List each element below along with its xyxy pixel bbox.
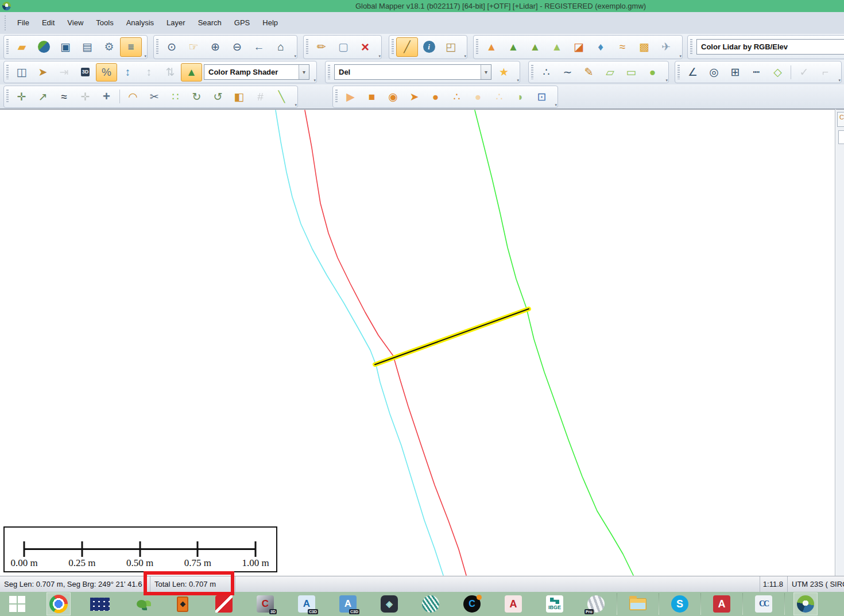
pan-hand[interactable]: ☞ <box>183 37 204 57</box>
taskbar-autocad-3d[interactable]: C3D <box>254 593 277 615</box>
gps-track-faded[interactable]: ● <box>467 87 489 106</box>
dropdown-arrow-icon[interactable]: ▾ <box>299 65 309 79</box>
pan-to-view[interactable]: ➤ <box>32 63 53 82</box>
menu-analysis[interactable]: Analysis <box>120 18 160 27</box>
color-elevation[interactable]: ◪ <box>568 37 590 57</box>
taskbar-leaf-app[interactable] <box>130 593 153 615</box>
configuration-wrench[interactable]: ⚙ <box>98 37 120 57</box>
map-viewport[interactable]: 0.00 m0.25 m0.50 m0.75 m1.00 m <box>0 109 835 576</box>
dropdown-arrow-icon[interactable]: ▾ <box>481 65 491 79</box>
swap-views[interactable]: % <box>96 63 117 82</box>
taskbar-filmora[interactable]: ◈ <box>378 593 401 615</box>
menu-layer[interactable]: Layer <box>160 18 192 27</box>
measure-angle[interactable]: ∠ <box>682 63 703 82</box>
taskbar-google-earth-pro[interactable]: Pro <box>584 593 607 615</box>
taskbar-flag-app[interactable] <box>88 593 111 615</box>
create-rectangle[interactable]: ▭ <box>621 63 642 82</box>
flatten-terrain[interactable]: ▲ <box>524 37 546 57</box>
taskbar-cloudcompare[interactable]: CC <box>752 593 775 615</box>
move-feature[interactable]: ✛ <box>11 87 32 106</box>
zoom-previous[interactable]: ← <box>248 37 270 57</box>
scale-feature[interactable]: ↗ <box>32 87 53 106</box>
select-features[interactable]: ▢ <box>332 37 354 57</box>
taskbar-autocad-red[interactable]: A <box>710 593 733 615</box>
open-online-data[interactable] <box>33 37 55 57</box>
taskbar-civil3d-2[interactable]: AC3D <box>336 593 359 615</box>
create-circle[interactable]: ● <box>642 63 663 82</box>
taskbar-globe-sphere[interactable] <box>419 593 442 615</box>
elevation-shader[interactable]: ▲ <box>481 37 502 57</box>
digitizer-tool[interactable]: ✏ <box>311 37 332 57</box>
create-grid[interactable]: ⊞ <box>725 63 746 82</box>
menu-grip-handle[interactable] <box>5 16 7 30</box>
create-freehand[interactable]: ✎ <box>578 63 599 82</box>
save-workspace[interactable]: ▣ <box>55 37 76 57</box>
gps-stop[interactable]: ■ <box>361 87 382 106</box>
shader-mode-dropdown[interactable]: Color Ramp Shader▾ <box>204 64 309 80</box>
menu-edit[interactable]: Edit <box>36 18 61 27</box>
taskbar-autocad-light[interactable]: A <box>502 593 525 615</box>
taskbar-chrome[interactable] <box>47 593 70 615</box>
zoom-out[interactable]: ⊖ <box>226 37 248 57</box>
search-features[interactable]: ◰ <box>440 37 462 57</box>
raster-options[interactable]: ▩ <box>633 37 655 57</box>
edit-vertices[interactable]: ≈ <box>53 87 75 106</box>
taskbar-civil3d[interactable]: AC3D <box>295 593 318 615</box>
measure-tool[interactable]: ╱ <box>396 37 418 57</box>
favorites-star[interactable]: ★ <box>493 63 514 82</box>
round-vertex[interactable]: ◠ <box>122 87 144 106</box>
zoom-tool[interactable]: ⊙ <box>161 37 183 57</box>
taskbar-windows-start[interactable] <box>6 593 29 615</box>
menu-tools[interactable]: Tools <box>90 18 119 27</box>
create-point[interactable]: ∴ <box>536 63 557 82</box>
clear-selection[interactable]: × <box>354 37 376 57</box>
menu-view[interactable]: View <box>61 18 90 27</box>
range-rings[interactable]: ◎ <box>703 63 725 82</box>
rotate-feature-alt[interactable]: ↺ <box>207 87 229 106</box>
taskbar-global-mapper[interactable] <box>794 593 817 615</box>
taskbar-total-station[interactable] <box>171 593 194 615</box>
lidar-display-mode-dropdown[interactable]: Color Lidar by RGB/Elev▾ <box>696 39 844 55</box>
shader-mountain[interactable]: ▲ <box>181 63 202 82</box>
active-layer-dropdown[interactable]: Del▾ <box>334 64 491 80</box>
flight-path[interactable]: ✈ <box>655 37 677 57</box>
gps-start[interactable]: ▶ <box>340 87 361 106</box>
docked-panel-tab[interactable]: C <box>837 112 844 127</box>
draw-buffer[interactable]: ╲ <box>271 87 292 106</box>
taskbar-skype[interactable]: S <box>668 593 691 615</box>
reshape-area[interactable]: ◇ <box>767 63 788 82</box>
watershed[interactable]: ♦ <box>590 37 611 57</box>
water-level[interactable]: ↕ <box>117 63 138 82</box>
taskbar-file-explorer[interactable] <box>626 593 649 615</box>
feature-info[interactable]: i <box>418 37 440 57</box>
taskbar-systemcare[interactable]: C <box>460 593 483 615</box>
overlay-control-center[interactable]: ≡ <box>120 37 142 57</box>
menu-file[interactable]: File <box>11 18 36 27</box>
gps-center[interactable]: ◉ <box>382 87 404 106</box>
copy-feature[interactable]: ∷ <box>165 87 186 106</box>
gps-mark-waypoint[interactable]: ● <box>425 87 446 106</box>
taskbar-sketchup[interactable] <box>212 593 235 615</box>
contour-generation[interactable]: ▲ <box>502 37 524 57</box>
combine-features[interactable]: ◧ <box>229 87 250 106</box>
menu-gps[interactable]: GPS <box>228 18 256 27</box>
terrain-analysis[interactable]: ▲ <box>546 37 568 57</box>
gps-goto[interactable]: ➤ <box>404 87 425 106</box>
taskbar-ibge[interactable]: IBGE <box>543 593 566 615</box>
docked-panel-edge[interactable]: C <box>836 109 844 576</box>
open-file[interactable]: ▰ <box>11 37 33 57</box>
add-vertex[interactable]: + <box>96 87 117 106</box>
compare-views[interactable]: ◫ <box>11 63 32 82</box>
gps-track[interactable]: ∴ <box>446 87 467 106</box>
view-shed[interactable]: ≈ <box>611 37 633 57</box>
menu-search[interactable]: Search <box>192 18 228 27</box>
rotate-feature[interactable]: ↻ <box>186 87 207 106</box>
gps-display[interactable]: ⊡ <box>531 87 552 106</box>
gps-path-faded[interactable]: ∴ <box>489 87 510 106</box>
map-layout[interactable]: ▤ <box>76 37 98 57</box>
full-view-home[interactable]: ⌂ <box>270 37 292 57</box>
insert-vertex[interactable]: ┉ <box>746 63 767 82</box>
gps-route[interactable]: ◗ <box>510 87 531 106</box>
menu-help[interactable]: Help <box>256 18 284 27</box>
split-feature[interactable]: ✂ <box>144 87 165 106</box>
